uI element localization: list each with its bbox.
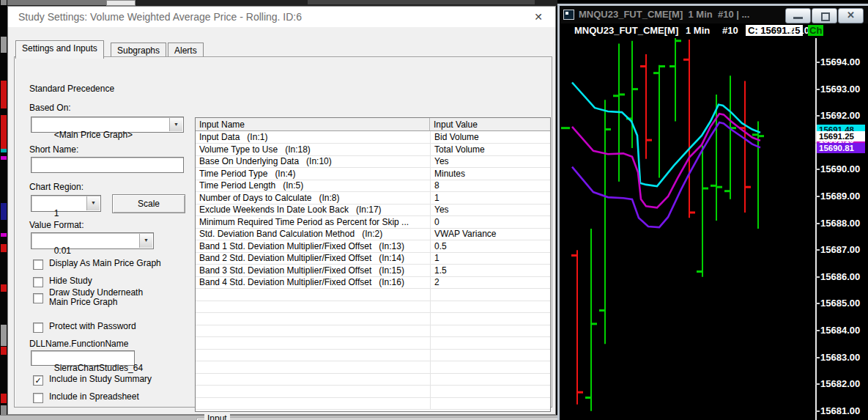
chevron-down-icon[interactable]: ▼ [169, 118, 182, 131]
background-fragment [1, 347, 7, 355]
background-fragment [1, 233, 7, 237]
chart-area[interactable]: 15694.0015693.0015692.0015691.0015690.00… [560, 38, 868, 420]
table-row-empty[interactable] [196, 373, 550, 386]
header-period: 1 Min [686, 25, 710, 36]
cell-input-name: Minimum Required Time Period as Percent … [199, 217, 428, 227]
ohlc-bar-down [571, 250, 583, 404]
short-name-input[interactable] [31, 157, 184, 173]
close-icon[interactable]: ✕ [530, 10, 547, 24]
background-fragment [1, 81, 7, 108]
chevron-down-icon[interactable]: ▼ [139, 234, 152, 248]
cell-input-name: Time Period Length (In:5) [199, 180, 428, 191]
based-on-dropdown[interactable]: <Main Price Graph> ▼ [31, 117, 184, 133]
price-scale-label: 15683.00 [820, 352, 867, 363]
checked-checkbox-icon[interactable]: ✓ [33, 375, 43, 386]
minimize-icon [793, 17, 803, 19]
column-separator [430, 252, 431, 264]
table-row[interactable]: Input Data (In:1)Bid Volume [196, 131, 550, 144]
background-window-top [7, 0, 557, 6]
unchecked-checkbox-icon[interactable] [33, 393, 43, 403]
column-separator [430, 180, 431, 191]
checkbox-label: Hide Study [49, 276, 179, 286]
vwap-upper-band-line [572, 83, 760, 187]
price-scale-label: 15690.00 [820, 163, 867, 174]
scale-tick [815, 169, 820, 170]
value-format-dropdown[interactable]: 0.01 ▼ [31, 232, 154, 249]
checkbox-label: Include in Spreadsheet [49, 392, 179, 402]
table-row-empty[interactable] [196, 289, 550, 301]
chevron-down-icon[interactable]: ▼ [86, 196, 100, 210]
screen: Study Settings: Volume Weighted Average … [0, 0, 868, 420]
table-row-empty[interactable] [196, 386, 550, 398]
table-row-empty[interactable] [196, 337, 550, 350]
dialog-titlebar[interactable]: Study Settings: Volume Weighted Average … [8, 7, 555, 27]
header-change-box: Ch [808, 25, 823, 36]
table-row[interactable]: Band 4 Std. Deviation Multiplier/Fixed O… [196, 276, 550, 289]
table-row-empty[interactable] [196, 313, 550, 325]
standard-precedence-label: Standard Precedence [29, 84, 114, 94]
minimize-button[interactable] [785, 8, 811, 23]
chart-window-title: MNQU23_FUT_CME[M] 1 Min #10 | ... [579, 9, 791, 20]
table-row[interactable]: Std. Deviation Band Calculation Method (… [196, 228, 550, 240]
scale-tick [815, 62, 820, 63]
table-row[interactable]: Time Period Length (In:5)8 [196, 180, 550, 192]
cell-input-name: Time Period Type (In:4) [199, 169, 428, 179]
table-row-empty[interactable] [196, 397, 550, 410]
column-header-input-name[interactable]: Input Name [196, 118, 430, 131]
cell-input-name: Std. Deviation Band Calculation Method (… [199, 229, 428, 239]
tab-alerts[interactable]: Alerts [168, 43, 204, 58]
background-fragment [1, 37, 7, 53]
unchecked-checkbox-icon[interactable] [33, 277, 43, 287]
ohlc-bar-up [653, 65, 665, 178]
column-separator [430, 289, 431, 301]
cell-input-value: 1.5 [434, 265, 547, 276]
chart-window-titlebar[interactable]: MNQU23_FUT_CME[M] 1 Min #10 | ... ✕ [560, 6, 868, 23]
tab-subgraphs[interactable]: Subgraphs [111, 43, 166, 58]
table-row[interactable]: Band 1 Std. Deviation Multiplier/Fixed O… [196, 240, 550, 253]
column-header-input-value[interactable]: Input Value [430, 118, 550, 131]
cell-input-value: 1 [434, 193, 547, 203]
value-format-label: Value Format: [29, 220, 84, 230]
column-separator [430, 361, 431, 373]
cell-input-name: Number of Days to Calculate (In:8) [199, 193, 428, 203]
table-row[interactable]: Time Period Type (In:4)Minutes [196, 168, 550, 180]
table-row-empty[interactable] [196, 301, 550, 313]
price-scale-label: 15685.00 [820, 298, 867, 309]
price-scale-label: 15686.00 [820, 271, 867, 282]
table-row[interactable]: Base On Underlying Data (In:10)Yes [196, 155, 550, 168]
table-row[interactable]: Volume Type to Use (In:18)Total Volume [196, 144, 550, 156]
cell-input-value: 0 [434, 217, 547, 227]
scale-button[interactable]: Scale [112, 194, 185, 213]
scale-marker-lower-band-value: 15690.81 [817, 143, 865, 153]
close-button[interactable]: ✕ [838, 8, 864, 23]
table-row[interactable]: Exclude Weekends In Date Look Back (In:1… [196, 204, 550, 216]
chart-region-dropdown[interactable]: 1 ▼ [31, 195, 101, 212]
table-row-empty[interactable] [196, 325, 550, 337]
background-fragment [1, 115, 7, 149]
dll-function-label: DLLName.FunctionName [29, 339, 128, 349]
restore-button[interactable] [812, 8, 837, 23]
cell-input-value: 1 [434, 253, 547, 263]
dll-function-input[interactable]: SierraChartStudies_64 [31, 350, 135, 366]
cell-input-value: Total Volume [434, 144, 547, 155]
price-chart-canvas[interactable] [560, 38, 868, 420]
ohlc-bar-up [599, 100, 611, 344]
chart-window-icon [563, 10, 574, 20]
unchecked-checkbox-icon[interactable] [33, 323, 43, 333]
unchecked-checkbox-icon[interactable] [33, 259, 43, 270]
table-row[interactable]: Number of Days to Calculate (In:8)1 [196, 192, 550, 205]
table-row[interactable]: Band 2 Std. Deviation Multiplier/Fixed O… [196, 252, 550, 265]
table-row-empty[interactable] [196, 361, 550, 374]
scale-tick [815, 330, 820, 331]
column-separator [430, 313, 431, 325]
table-row[interactable]: Minimum Required Time Period as Percent … [196, 216, 550, 229]
column-separator [430, 216, 431, 228]
background-fragment [1, 244, 7, 252]
ohlc-bar-down [640, 54, 652, 159]
unchecked-checkbox-icon[interactable] [33, 293, 43, 303]
tab-settings-and-inputs[interactable]: Settings and Inputs [15, 40, 104, 59]
header-symbol: MNQU23_FUT_CME[M] [574, 25, 678, 36]
table-row[interactable]: Band 3 Std. Deviation Multiplier/Fixed O… [196, 265, 550, 277]
scale-tick [815, 276, 820, 278]
table-row-empty[interactable] [196, 349, 550, 361]
